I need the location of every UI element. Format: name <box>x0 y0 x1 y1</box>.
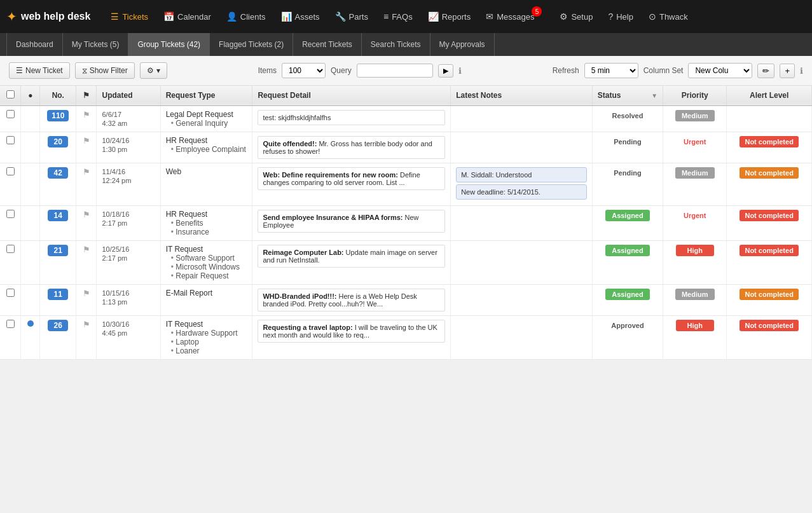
items-select[interactable]: 100 50 25 <box>282 63 326 78</box>
ticket-number-badge[interactable]: 11 <box>48 289 68 300</box>
row-flag-cell[interactable]: ⚑ <box>76 132 97 163</box>
table-row: 42⚑11/4/1612:24 pmWebWeb: Define require… <box>0 163 812 206</box>
request-type-main[interactable]: IT Request <box>166 320 203 329</box>
subnav-dashboard[interactable]: Dashboard <box>6 33 63 56</box>
request-type-sub: • Microsoft Windows <box>166 263 247 271</box>
flag-icon[interactable]: ⚑ <box>83 320 90 329</box>
th-status[interactable]: Status ▼ <box>592 86 663 106</box>
th-request-detail[interactable]: Request Detail <box>252 86 451 106</box>
nav-item-faqs[interactable]: ≡ FAQs <box>376 0 420 33</box>
request-type-main[interactable]: E-Mail Report <box>166 289 212 298</box>
row-status-cell: Assigned <box>592 206 663 241</box>
ticket-number-badge[interactable]: 21 <box>48 245 68 256</box>
row-number-cell[interactable]: 11 <box>40 285 76 316</box>
row-checkbox[interactable] <box>6 320 15 328</box>
nav-item-clients[interactable]: 👤 Clients <box>219 0 273 33</box>
subnav-flagged-tickets[interactable]: Flagged Tickets (2) <box>210 33 293 56</box>
query-run-button[interactable]: ▶ <box>438 64 453 78</box>
row-checkbox[interactable] <box>6 167 15 175</box>
row-number-cell[interactable]: 14 <box>40 206 76 241</box>
nav-item-reports[interactable]: 📈 Reports <box>420 0 479 33</box>
flag-icon[interactable]: ⚑ <box>83 167 90 177</box>
row-request-type-cell: IT Request• Software Support• Microsoft … <box>160 241 252 285</box>
status-badge: Assigned <box>605 210 650 221</box>
nav-item-tickets[interactable]: ☰ Tickets <box>103 0 156 33</box>
row-checkbox[interactable] <box>6 110 15 118</box>
row-flag-cell[interactable]: ⚑ <box>76 163 97 206</box>
row-checkbox[interactable] <box>6 210 15 218</box>
row-flag-cell[interactable]: ⚑ <box>76 241 97 285</box>
nav-item-parts[interactable]: 🔧 Parts <box>327 0 376 33</box>
row-flag-cell[interactable]: ⚑ <box>76 206 97 241</box>
row-request-detail-cell[interactable]: Requesting a travel laptop: I will be tr… <box>252 316 451 360</box>
flag-icon[interactable]: ⚑ <box>83 210 90 219</box>
add-column-button[interactable]: + <box>780 64 795 78</box>
column-set-select[interactable]: New Colu <box>688 63 752 78</box>
request-type-main[interactable]: Legal Dept Request <box>166 110 233 119</box>
flag-icon[interactable]: ⚑ <box>83 289 90 298</box>
nav-item-assets[interactable]: 📊 Assets <box>273 0 327 33</box>
flag-icon[interactable]: ⚑ <box>83 136 90 146</box>
row-checkbox[interactable] <box>6 136 15 144</box>
th-updated[interactable]: Updated <box>97 86 160 106</box>
ticket-number-badge[interactable]: 14 <box>48 210 68 221</box>
row-request-detail-cell[interactable]: Reimage Computer Lab: Update main image … <box>252 241 451 285</box>
row-flag-cell[interactable]: ⚑ <box>76 106 97 132</box>
request-type-main[interactable]: Web <box>166 167 181 176</box>
gear-button[interactable]: ⚙ ▾ <box>140 62 167 79</box>
row-number-cell[interactable]: 26 <box>40 316 76 360</box>
refresh-select[interactable]: 5 min 1 min 10 min <box>584 63 638 78</box>
row-number-cell[interactable]: 20 <box>40 132 76 163</box>
request-type-main[interactable]: HR Request <box>166 136 207 145</box>
row-request-detail-cell[interactable]: Send employee Insurance & HIPAA forms: N… <box>252 206 451 241</box>
request-type-main[interactable]: IT Request <box>166 245 203 254</box>
nav-item-help[interactable]: ? Help <box>600 0 641 33</box>
subnav-recent-tickets[interactable]: Recent Tickets <box>293 33 362 56</box>
row-flag-cell[interactable]: ⚑ <box>76 316 97 360</box>
row-number-cell[interactable]: 21 <box>40 241 76 285</box>
request-type-main[interactable]: HR Request <box>166 210 207 219</box>
row-request-detail-cell[interactable]: WHD-Branded iPod!!!: Here is a Web Help … <box>252 285 451 316</box>
ticket-number-badge[interactable]: 20 <box>48 136 68 147</box>
select-all-checkbox[interactable] <box>6 90 15 99</box>
row-checkbox[interactable] <box>6 289 15 297</box>
logo: ✦ web help desk <box>6 9 90 24</box>
th-checkbox[interactable] <box>0 86 21 106</box>
updated-date: 10/25/162:17 pm <box>102 245 129 262</box>
flag-icon[interactable]: ⚑ <box>83 110 90 120</box>
request-detail-box: Send employee Insurance & HIPAA forms: N… <box>258 210 445 233</box>
ticket-number-badge[interactable]: 42 <box>48 167 68 179</box>
table-row: 21⚑10/25/162:17 pmIT Request• Software S… <box>0 241 812 285</box>
subnav-search-tickets[interactable]: Search Tickets <box>362 33 430 56</box>
row-number-cell[interactable]: 110 <box>40 106 76 132</box>
query-input[interactable] <box>357 64 433 78</box>
row-number-cell[interactable]: 42 <box>40 163 76 206</box>
new-ticket-button[interactable]: ☰ New Ticket <box>9 62 70 79</box>
subnav-my-tickets[interactable]: My Tickets (5) <box>63 33 129 56</box>
subnav-my-approvals[interactable]: My Approvals <box>430 33 495 56</box>
nav-item-calendar[interactable]: 📅 Calendar <box>156 0 219 33</box>
th-latest-notes[interactable]: Latest Notes <box>451 86 593 106</box>
request-detail-box: test: skjdfhskldjhfalfhs <box>258 110 445 125</box>
nav-item-thwack[interactable]: ⊙ Thwack <box>641 0 696 33</box>
row-request-detail-cell[interactable]: test: skjdfhskldjhfalfhs <box>252 106 451 132</box>
alert-badge: Not completed <box>740 320 798 331</box>
nav-item-messages[interactable]: ✉ Messages 5 <box>478 0 552 33</box>
row-request-detail-cell[interactable]: Quite offended!: Mr. Gross has terrible … <box>252 132 451 163</box>
row-updated-cell: 10/25/162:17 pm <box>97 241 160 285</box>
row-flag-cell[interactable]: ⚑ <box>76 285 97 316</box>
subnav-group-tickets[interactable]: Group Tickets (42) <box>128 33 210 56</box>
show-filter-button[interactable]: ⧖ Show Filter <box>75 62 135 79</box>
ticket-number-badge[interactable]: 26 <box>48 320 68 331</box>
nav-item-setup[interactable]: ⚙ Setup <box>552 0 600 33</box>
edit-column-button[interactable]: ✏ <box>757 64 774 78</box>
row-request-detail-cell[interactable]: Web: Define requirements for new room: D… <box>252 163 451 206</box>
th-priority[interactable]: Priority <box>663 86 727 106</box>
th-request-type[interactable]: Request Type <box>160 86 252 106</box>
row-checkbox[interactable] <box>6 245 15 253</box>
row-status-cell: Assigned <box>592 285 663 316</box>
th-number[interactable]: No. <box>40 86 76 106</box>
th-alert[interactable]: Alert Level <box>727 86 812 106</box>
ticket-number-badge[interactable]: 110 <box>47 110 69 121</box>
flag-icon[interactable]: ⚑ <box>83 245 90 254</box>
